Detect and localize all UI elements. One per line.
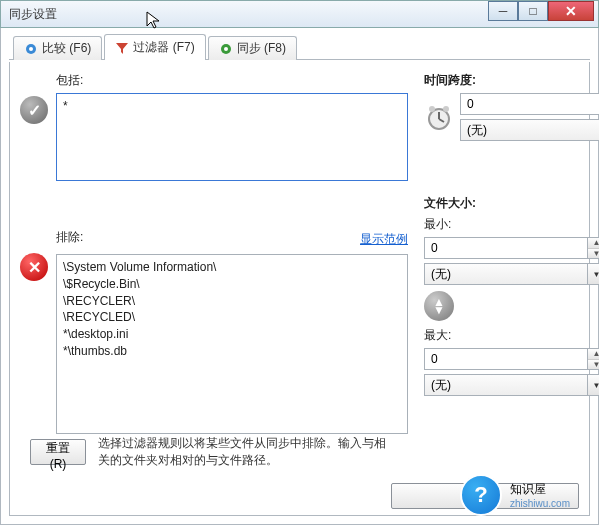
include-group: ✓ 包括: * [20, 72, 408, 181]
sync-gear-icon [219, 42, 233, 56]
timespan-unit-combo[interactable]: ▼ [460, 119, 599, 141]
footer-hint: 选择过滤器规则以将某些文件从同步中排除。输入与相关的文件夹对相对的与文件路径。 [98, 435, 398, 469]
svg-point-6 [443, 106, 449, 112]
exclude-group: ✕ 排除: 显示范例 \System Volume Information\ \… [20, 229, 408, 434]
clock-icon [424, 102, 454, 132]
titlebar: 同步设置 ─ □ ✕ [0, 0, 599, 28]
tab-filter[interactable]: 过滤器 (F7) [104, 34, 205, 60]
chevron-down-icon[interactable]: ▼ [588, 263, 599, 285]
spin-down-icon[interactable]: ▼ [588, 360, 599, 370]
close-button[interactable]: ✕ [548, 1, 594, 21]
filesize-group: 文件大小: 最小: ▲▼ ▼ [424, 195, 579, 396]
client-area: 比较 (F6) 过滤器 (F7) 同步 (F8) ✓ 包括: * [0, 28, 599, 525]
spin-down-icon[interactable]: ▼ [588, 249, 599, 259]
filesize-max-unit[interactable] [424, 374, 588, 396]
spin-up-icon[interactable]: ▲ [588, 349, 599, 360]
reset-button[interactable]: 重置(R) [30, 439, 86, 465]
updown-arrows-icon: ▲▼ [424, 291, 454, 321]
filesize-min-label: 最小: [424, 216, 579, 233]
check-icon: ✓ [20, 96, 48, 124]
ok-button[interactable] [391, 483, 481, 509]
exclude-label: 排除: [56, 229, 83, 246]
tab-compare[interactable]: 比较 (F6) [13, 36, 102, 60]
timespan-unit[interactable] [460, 119, 599, 141]
filesize-min-spinner[interactable]: ▲▼ [424, 237, 599, 259]
spin-up-icon[interactable]: ▲ [588, 238, 599, 249]
include-label: 包括: [56, 72, 408, 89]
show-example-link[interactable]: 显示范例 [360, 231, 408, 248]
tab-label: 过滤器 (F7) [133, 39, 194, 56]
window-buttons: ─ □ ✕ [488, 1, 594, 21]
window-title: 同步设置 [9, 6, 57, 23]
exclude-textarea[interactable]: \System Volume Information\ \$Recycle.Bi… [56, 254, 408, 434]
cross-icon: ✕ [20, 253, 48, 281]
timespan-label: 时间跨度: [424, 72, 579, 89]
dialog-buttons [391, 483, 579, 509]
include-textarea[interactable]: * [56, 93, 408, 181]
filesize-min-unit[interactable] [424, 263, 588, 285]
tab-page-filter: ✓ 包括: * ✕ 排除: 显示范例 \System Volume Inform [9, 62, 590, 516]
svg-point-3 [224, 47, 228, 51]
timespan-spinner[interactable]: ▲▼ [460, 93, 599, 115]
maximize-button[interactable]: □ [518, 1, 548, 21]
tab-label: 同步 (F8) [237, 40, 286, 57]
filesize-min-unit-combo[interactable]: ▼ [424, 263, 599, 285]
tab-sync[interactable]: 同步 (F8) [208, 36, 297, 60]
filesize-max-input[interactable] [424, 348, 588, 370]
footer: 重置(R) 选择过滤器规则以将某些文件从同步中排除。输入与相关的文件夹对相对的与… [30, 435, 398, 469]
minimize-button[interactable]: ─ [488, 1, 518, 21]
funnel-icon [115, 41, 129, 55]
tabstrip: 比较 (F6) 过滤器 (F7) 同步 (F8) [9, 34, 590, 60]
filesize-max-label: 最大: [424, 327, 579, 344]
filesize-max-spinner[interactable]: ▲▼ [424, 348, 599, 370]
tab-label: 比较 (F6) [42, 40, 91, 57]
timespan-group: 时间跨度: ▲▼ ▼ [424, 72, 579, 141]
filesize-label: 文件大小: [424, 195, 579, 212]
svg-point-1 [29, 47, 33, 51]
timespan-input[interactable] [460, 93, 599, 115]
filesize-max-unit-combo[interactable]: ▼ [424, 374, 599, 396]
svg-point-5 [429, 106, 435, 112]
cancel-button[interactable] [489, 483, 579, 509]
gear-icon [24, 42, 38, 56]
filesize-min-input[interactable] [424, 237, 588, 259]
chevron-down-icon[interactable]: ▼ [588, 374, 599, 396]
